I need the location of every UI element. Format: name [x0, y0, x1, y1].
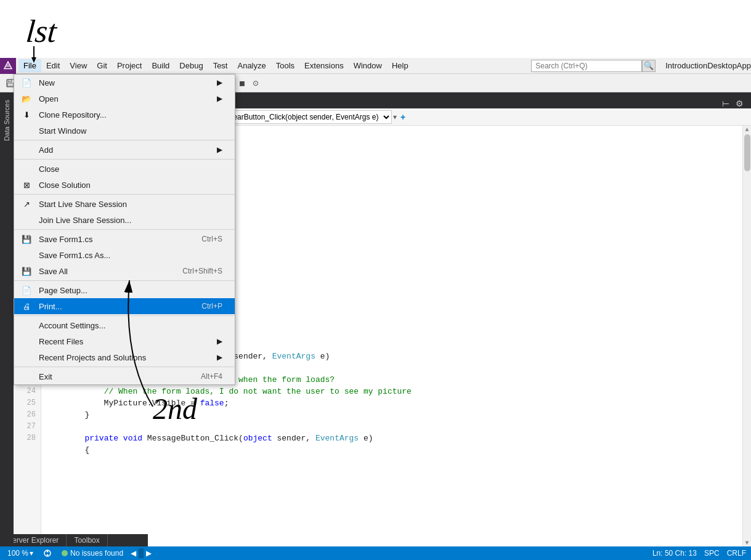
menu-item-account[interactable]: Account Settings...: [14, 317, 235, 333]
ln-25: 25: [14, 397, 41, 409]
menu-debug[interactable]: Debug: [174, 59, 208, 72]
tab-gear-icon[interactable]: ⚙: [733, 99, 746, 108]
vs-logo: [0, 58, 16, 74]
print-shortcut: Ctrl+P: [189, 302, 222, 310]
toolbar-btn-9[interactable]: ⊙: [250, 76, 262, 91]
save-as-icon: [20, 249, 33, 261]
zoom-value: 100 %: [7, 549, 28, 558]
search-button[interactable]: 🔍: [642, 60, 656, 72]
git-status[interactable]: [41, 549, 54, 558]
menu-item-recent-projects[interactable]: Recent Projects and Solutions ▶: [14, 349, 235, 365]
issues-dot: [62, 550, 68, 556]
nav-arrows[interactable]: ◀ ▶: [131, 548, 152, 558]
zoom-dropdown-icon[interactable]: ▾: [30, 549, 33, 558]
exit-shortcut: Alt+F4: [189, 372, 222, 381]
scroll-up-btn[interactable]: ▲: [743, 126, 751, 133]
menu-item-start-window[interactable]: Start Window: [14, 123, 235, 139]
tab-pin-icon[interactable]: ⊢: [720, 99, 732, 108]
menu-item-clone[interactable]: ⬇ Clone Repository...: [14, 107, 235, 123]
page-setup-icon: 📄: [20, 284, 33, 296]
nav-right-icon[interactable]: ▶: [146, 549, 152, 558]
menu-item-new[interactable]: 📄 New ▶: [14, 75, 235, 91]
menu-item-close[interactable]: Close: [14, 161, 235, 177]
menu-file[interactable]: File: [18, 59, 41, 72]
menu-project[interactable]: Project: [112, 59, 147, 72]
nav-bar: [139, 548, 144, 558]
zoom-control[interactable]: 100 % ▾: [5, 549, 36, 558]
menu-tools[interactable]: Tools: [271, 59, 299, 72]
arrow-icon-recent-proj: ▶: [217, 353, 222, 362]
git-icon: [43, 549, 52, 558]
menu-edit[interactable]: Edit: [41, 59, 65, 72]
save-icon: 💾: [20, 233, 33, 245]
scroll-down-btn[interactable]: ▼: [743, 539, 751, 546]
menu-git[interactable]: Git: [92, 59, 112, 72]
menu-test[interactable]: Test: [208, 59, 233, 72]
ln-28: 28: [14, 432, 41, 444]
line-ending-info: CRLF: [727, 549, 746, 558]
menu-item-add[interactable]: Add ▶: [14, 142, 235, 158]
menu-view[interactable]: View: [65, 59, 92, 72]
close-file-icon: [20, 163, 33, 175]
toolbox-tab[interactable]: Toolbox: [67, 534, 107, 546]
menu-item-live-share[interactable]: ↗ Start Live Share Session: [14, 196, 235, 212]
menu-window[interactable]: Window: [349, 59, 387, 72]
issues-status[interactable]: No issues found: [59, 549, 126, 558]
menu-item-open[interactable]: 📂 Open ▶: [14, 91, 235, 107]
arrow-icon-open: ▶: [217, 94, 222, 103]
menu-item-exit[interactable]: Exit Alt+F4: [14, 368, 235, 384]
save-all-shortcut: Ctrl+Shift+S: [170, 267, 222, 275]
menu-item-page-setup[interactable]: 📄 Page Setup...: [14, 282, 235, 298]
menu-item-join-live-share[interactable]: Join Live Share Session...: [14, 212, 235, 228]
open-icon: 📂: [20, 92, 33, 105]
save-shortcut: Ctrl+S: [189, 235, 222, 243]
bc-plus-btn[interactable]: +: [398, 112, 408, 122]
breadcrumb-select-3[interactable]: ClearButton_Click(object sender, EventAr…: [221, 110, 392, 124]
ln-27: 27: [14, 421, 41, 432]
menu-item-close-solution[interactable]: ⊠ Close Solution: [14, 177, 235, 193]
recent-projects-icon: [20, 351, 33, 363]
recent-files-icon: [20, 335, 33, 347]
menu-item-save-as[interactable]: Save Form1.cs As...: [14, 247, 235, 263]
close-solution-icon: ⊠: [20, 179, 33, 191]
sep-1: [14, 140, 235, 140]
search-input[interactable]: [531, 60, 642, 72]
menu-help[interactable]: Help: [387, 59, 413, 72]
svg-point-10: [47, 554, 49, 556]
sep-2: [14, 159, 235, 160]
menu-item-recent-files[interactable]: Recent Files ▶: [14, 333, 235, 349]
status-right: Ln: 50 Ch: 13 SPC CRLF: [652, 549, 746, 558]
start-window-icon: [20, 124, 33, 137]
window-title: IntroductionDesktopApp: [665, 61, 751, 70]
status-bar: 100 % ▾ No issues found ◀ ▶ Ln: 50 Ch: 1…: [0, 546, 751, 560]
search-area: 🔍: [531, 60, 656, 72]
menu-extensions[interactable]: Extensions: [299, 59, 349, 72]
menu-analyze[interactable]: Analyze: [232, 59, 270, 72]
arrow-icon-recent: ▶: [217, 337, 222, 346]
print-icon: 🖨: [20, 300, 33, 312]
menu-build[interactable]: Build: [147, 59, 174, 72]
live-share-icon: ↗: [20, 198, 33, 210]
save-all-icon: 💾: [20, 265, 33, 277]
account-icon: [20, 319, 33, 331]
encoding-info: SPC: [704, 549, 720, 558]
bc-arrow-3: ▾: [393, 113, 397, 121]
toolbar-btn-8[interactable]: ◼: [236, 76, 248, 91]
sep-5: [14, 280, 235, 281]
arrow-icon-add: ▶: [217, 145, 222, 154]
svg-text:lst: lst: [25, 14, 59, 49]
vertical-scrollbar[interactable]: ▲ ▼: [742, 126, 751, 546]
svg-point-9: [47, 551, 49, 553]
left-sidebar: Data Sources: [0, 92, 14, 546]
join-live-icon: [20, 214, 33, 226]
menu-item-print[interactable]: 🖨 Print... Ctrl+P: [14, 298, 235, 314]
menu-item-save[interactable]: 💾 Save Form1.cs Ctrl+S: [14, 231, 235, 247]
menu-item-save-all[interactable]: 💾 Save All Ctrl+Shift+S: [14, 263, 235, 279]
data-sources-tab[interactable]: Data Sources: [1, 95, 12, 146]
scroll-thumb[interactable]: [744, 134, 750, 171]
ln-26: 26: [14, 409, 41, 421]
ln-24: 24: [14, 386, 41, 397]
menu-bar: File Edit View Git Project Build Debug T…: [0, 58, 751, 74]
svg-rect-7: [7, 83, 14, 86]
nav-left-icon[interactable]: ◀: [131, 549, 136, 558]
